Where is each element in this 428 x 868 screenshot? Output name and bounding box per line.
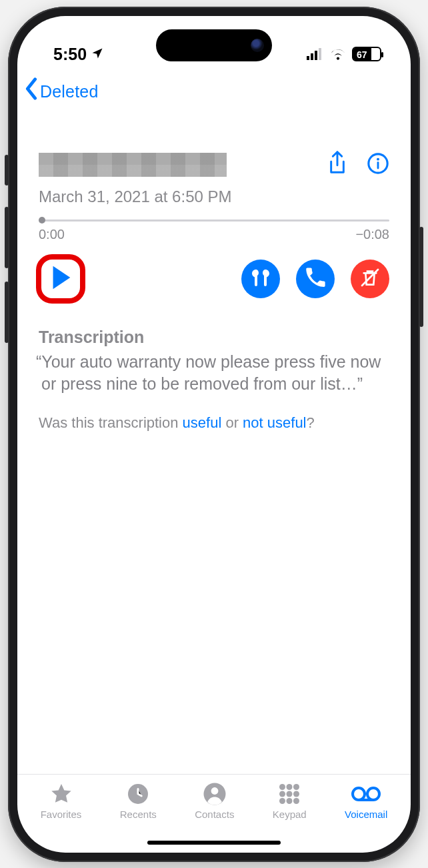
svg-rect-6 <box>377 161 379 169</box>
star-icon <box>49 781 74 807</box>
svg-point-18 <box>287 798 293 804</box>
svg-point-11 <box>279 784 285 790</box>
person-circle-icon <box>203 781 227 807</box>
tab-recents[interactable]: Recents <box>120 781 157 820</box>
mute-switch <box>5 155 9 185</box>
caller-name-redacted <box>39 153 227 177</box>
battery-percent: 67 <box>357 49 367 60</box>
side-button <box>419 227 423 327</box>
keypad-icon <box>277 781 301 807</box>
volume-up-button <box>5 207 9 268</box>
clock-icon <box>126 781 150 807</box>
audio-route-button[interactable] <box>241 260 280 298</box>
svg-point-21 <box>367 788 379 800</box>
cellular-icon <box>307 45 324 64</box>
svg-point-16 <box>293 791 299 797</box>
svg-point-15 <box>287 791 293 797</box>
tab-label: Voicemail <box>345 809 387 820</box>
home-indicator[interactable] <box>147 841 281 845</box>
volume-down-button <box>5 282 9 343</box>
tab-contacts[interactable]: Contacts <box>195 781 234 820</box>
undelete-button[interactable] <box>351 260 389 298</box>
transcription-heading: Transcription <box>39 328 389 347</box>
info-button[interactable] <box>367 152 389 177</box>
phone-icon <box>305 268 325 290</box>
tab-voicemail[interactable]: Voicemail <box>345 781 387 820</box>
back-label: Deleted <box>40 82 99 101</box>
tab-label: Recents <box>120 809 157 820</box>
tab-keypad[interactable]: Keypad <box>273 781 307 820</box>
feedback-qmark: ? <box>307 414 315 431</box>
tab-favorites[interactable]: Favorites <box>41 781 82 820</box>
svg-rect-1 <box>311 53 313 60</box>
svg-point-20 <box>353 788 365 800</box>
voicemail-timestamp: March 31, 2021 at 6:50 PM <box>39 187 389 206</box>
transcription-feedback: Was this transcription useful or not use… <box>39 414 389 432</box>
share-button[interactable] <box>327 150 348 179</box>
time-elapsed: 0:00 <box>39 227 65 242</box>
feedback-useful-link[interactable]: useful <box>183 414 222 431</box>
svg-point-17 <box>279 798 285 804</box>
feedback-or: or <box>221 414 243 431</box>
dynamic-island <box>156 29 272 61</box>
svg-point-19 <box>293 798 299 804</box>
play-button[interactable] <box>49 264 73 294</box>
time-remaining: −0:08 <box>355 227 389 242</box>
feedback-prefix: Was this transcription <box>39 414 183 431</box>
location-icon <box>91 45 104 64</box>
back-button[interactable]: Deleted <box>17 67 411 110</box>
chevron-left-icon <box>24 77 39 106</box>
call-back-button[interactable] <box>296 260 335 298</box>
voicemail-icon <box>351 781 381 807</box>
svg-rect-0 <box>307 56 309 60</box>
tab-label: Contacts <box>195 809 234 820</box>
status-time: 5:50 <box>53 45 87 64</box>
svg-rect-3 <box>319 48 321 60</box>
svg-rect-2 <box>315 51 317 60</box>
screen: 5:50 67 <box>17 16 411 853</box>
trash-slash-icon <box>359 267 381 291</box>
svg-point-13 <box>293 784 299 790</box>
svg-point-10 <box>211 787 218 795</box>
svg-point-14 <box>279 791 285 797</box>
tab-label: Favorites <box>41 809 82 820</box>
highlight-circle <box>36 254 85 304</box>
battery-icon: 67 <box>352 47 381 61</box>
svg-point-12 <box>287 784 293 790</box>
device-frame: 5:50 67 <box>8 7 420 862</box>
scrubber-thumb[interactable] <box>39 217 45 224</box>
transcription-text: Your auto warranty now please press five… <box>39 351 389 396</box>
airpods-icon <box>249 268 272 290</box>
wifi-icon <box>329 45 347 64</box>
svg-point-5 <box>377 157 379 160</box>
feedback-not-useful-link[interactable]: not useful <box>243 414 306 431</box>
playback-scrubber[interactable]: 0:00 −0:08 <box>39 220 389 242</box>
tab-label: Keypad <box>273 809 307 820</box>
